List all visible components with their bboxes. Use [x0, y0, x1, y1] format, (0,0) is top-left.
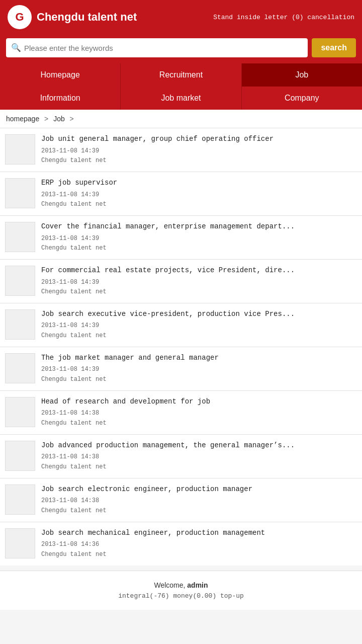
nav-row-2: Information Job market Company [0, 87, 362, 110]
job-title: Job search electronic engineer, producti… [41, 485, 357, 495]
nav-row-1: Homepage Recruitment Job [0, 63, 362, 87]
job-title: Job search mechanical engineer, producti… [41, 528, 357, 538]
footer-stats: integral(-76) money(0.00) top-up [10, 592, 352, 600]
job-title: Cover the financial manager, enterprise … [41, 222, 357, 232]
search-input[interactable] [24, 44, 303, 52]
job-date: 2013-11-08 14:39 [41, 146, 357, 156]
nav-information[interactable]: Information [0, 87, 121, 110]
welcome-prefix: Welcome, [154, 581, 185, 589]
job-date: 2013-11-08 14:36 [41, 540, 357, 549]
job-thumbnail [5, 222, 35, 252]
search-button[interactable]: search [312, 38, 356, 57]
job-title: For commercial real estate projects, vic… [41, 266, 357, 276]
job-thumbnail [5, 178, 35, 208]
job-source: Chengdu talent net [41, 156, 357, 166]
job-thumbnail [5, 353, 35, 383]
job-info: Job search electronic engineer, producti… [41, 485, 357, 516]
job-thumbnail [5, 309, 35, 340]
breadcrumb-sep2: > [70, 115, 74, 123]
job-source: Chengdu talent net [41, 331, 357, 341]
nav-company[interactable]: Company [242, 87, 362, 110]
job-source: Chengdu talent net [41, 419, 357, 428]
nav-homepage[interactable]: Homepage [0, 63, 121, 87]
logo-area: G Chengdu talent net [8, 5, 137, 29]
breadcrumb: homepage > Job > [0, 110, 362, 128]
job-source: Chengdu talent net [41, 550, 357, 559]
job-source: Chengdu talent net [41, 287, 357, 297]
job-source: Chengdu talent net [41, 462, 357, 472]
job-info: ERP job supervisor2013-11-08 14:39Chengd… [41, 178, 357, 209]
nav-recruitment[interactable]: Recruitment [121, 63, 241, 87]
footer-username: admin [187, 581, 208, 589]
breadcrumb-sep1: > [44, 115, 48, 123]
job-title: The job market manager and general manag… [41, 353, 357, 363]
job-source: Chengdu talent net [41, 375, 357, 384]
logo-icon: G [8, 5, 32, 29]
breadcrumb-home[interactable]: homepage [6, 115, 39, 123]
footer-welcome: Welcome, admin [10, 581, 352, 589]
job-date: 2013-11-08 14:39 [41, 278, 357, 287]
search-bar: 🔍 search [0, 34, 362, 63]
job-date: 2013-11-08 14:38 [41, 452, 357, 462]
job-source: Chengdu talent net [41, 244, 357, 253]
nav-job-market[interactable]: Job market [121, 87, 241, 110]
job-info: Job search executive vice-president, pro… [41, 309, 357, 341]
job-list: Job unit general manager, group chief op… [0, 128, 362, 566]
job-info: Cover the financial manager, enterprise … [41, 222, 357, 253]
header-top-right[interactable]: Stand inside letter (0) cancellation [213, 14, 354, 21]
job-title: Head of research and development for job [41, 397, 357, 407]
job-info: Job unit general manager, group chief op… [41, 134, 357, 166]
job-title: Job unit general manager, group chief op… [41, 134, 357, 144]
search-input-wrap: 🔍 [6, 38, 308, 57]
job-thumbnail [5, 397, 35, 427]
job-date: 2013-11-08 14:38 [41, 409, 357, 418]
job-list-item[interactable]: Head of research and development for job… [0, 391, 362, 435]
job-list-item[interactable]: Job search executive vice-president, pro… [0, 303, 362, 347]
job-title: Job advanced production management, the … [41, 441, 357, 451]
job-thumbnail [5, 266, 35, 296]
breadcrumb-current: Job [53, 115, 65, 123]
job-title: Job search executive vice-president, pro… [41, 309, 357, 319]
job-info: Job search mechanical engineer, producti… [41, 528, 357, 559]
job-date: 2013-11-08 14:38 [41, 496, 357, 506]
job-info: For commercial real estate projects, vic… [41, 266, 357, 297]
job-info: Job advanced production management, the … [41, 441, 357, 472]
job-title: ERP job supervisor [41, 178, 357, 188]
job-list-item[interactable]: Job advanced production management, the … [0, 435, 362, 478]
job-info: The job market manager and general manag… [41, 353, 357, 384]
job-list-item[interactable]: Cover the financial manager, enterprise … [0, 216, 362, 260]
search-icon: 🔍 [11, 43, 21, 53]
job-list-item[interactable]: For commercial real estate projects, vic… [0, 260, 362, 303]
job-list-item[interactable]: Job search mechanical engineer, producti… [0, 522, 362, 566]
job-list-item[interactable]: Job unit general manager, group chief op… [0, 128, 362, 172]
header: G Chengdu talent net Stand inside letter… [0, 0, 362, 34]
job-thumbnail [5, 441, 35, 471]
job-source: Chengdu talent net [41, 200, 357, 209]
job-date: 2013-11-08 14:39 [41, 321, 357, 331]
job-thumbnail [5, 528, 35, 558]
job-source: Chengdu talent net [41, 506, 357, 516]
job-list-item[interactable]: ERP job supervisor2013-11-08 14:39Chengd… [0, 172, 362, 216]
job-date: 2013-11-08 14:39 [41, 190, 357, 200]
job-info: Head of research and development for job… [41, 397, 357, 428]
nav-job[interactable]: Job [242, 63, 362, 87]
site-title: Chengdu talent net [37, 11, 137, 24]
job-list-item[interactable]: Job search electronic engineer, producti… [0, 478, 362, 522]
job-list-item[interactable]: The job market manager and general manag… [0, 347, 362, 391]
job-thumbnail [5, 485, 35, 515]
job-date: 2013-11-08 14:39 [41, 365, 357, 374]
footer: Welcome, admin integral(-76) money(0.00)… [0, 571, 362, 610]
job-thumbnail [5, 134, 35, 165]
job-date: 2013-11-08 14:39 [41, 234, 357, 244]
